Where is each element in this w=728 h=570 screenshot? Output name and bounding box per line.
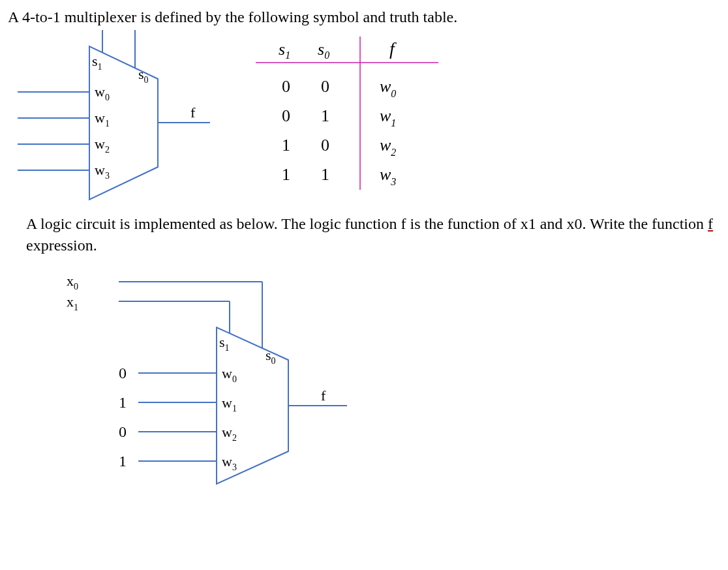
tt-r0-s0: 0 bbox=[321, 77, 329, 96]
implementation-circuit: s1 s0 x0 x1 0 1 0 1 w0 w1 bbox=[27, 269, 367, 503]
th-f: f bbox=[389, 38, 397, 59]
tt-r0-s1: 0 bbox=[282, 77, 290, 96]
tt-r2-s1: 1 bbox=[282, 136, 290, 155]
impl-out: f bbox=[321, 387, 326, 404]
impl-x0-label: x0 bbox=[67, 273, 78, 292]
tt-r1-s1: 0 bbox=[282, 106, 290, 125]
tt-r3-s1: 1 bbox=[282, 165, 290, 184]
para-implement: A logic circuit is implemented as below.… bbox=[26, 213, 720, 256]
impl-d3-const: 1 bbox=[119, 453, 127, 470]
output-f-label: f bbox=[190, 104, 196, 121]
impl-d0-const: 0 bbox=[119, 365, 127, 382]
w0-label: w0 bbox=[95, 83, 110, 102]
tt-r0-f: w0 bbox=[380, 77, 396, 99]
impl-d1-const: 1 bbox=[119, 394, 127, 411]
sel-s0-label: s0 bbox=[138, 66, 149, 85]
tt-r1-s0: 1 bbox=[321, 106, 329, 125]
impl-w0: w0 bbox=[222, 365, 237, 384]
impl-s0-label: s0 bbox=[265, 347, 276, 366]
intro-text: A 4-to-1 multiplexer is defined by the f… bbox=[8, 7, 720, 27]
tt-r3-f: w3 bbox=[380, 165, 396, 187]
w2-label: w2 bbox=[95, 136, 110, 155]
w3-label: w3 bbox=[95, 162, 110, 181]
w1-label: w1 bbox=[95, 110, 110, 128]
impl-w2: w2 bbox=[222, 424, 237, 443]
th-s1: s1 bbox=[279, 40, 290, 61]
tt-r3-s0: 1 bbox=[321, 165, 329, 184]
impl-d2-const: 0 bbox=[119, 423, 127, 440]
sel-s1-label: s1 bbox=[92, 53, 102, 72]
impl-s1-label: s1 bbox=[219, 334, 230, 353]
impl-w3: w3 bbox=[222, 453, 237, 472]
tt-r1-f: w1 bbox=[380, 106, 396, 128]
th-s0: s0 bbox=[318, 40, 329, 61]
truth-table: s1 s0 f 0 0 w0 0 1 w1 1 0 w2 bbox=[243, 30, 451, 196]
impl-x1-label: x1 bbox=[67, 293, 78, 312]
tt-r2-s0: 0 bbox=[321, 136, 329, 155]
tt-r2-f: w2 bbox=[380, 136, 396, 158]
impl-w1: w1 bbox=[222, 395, 237, 413]
mux-symbol-diagram: s1 s0 w0 w1 w2 w3 f bbox=[8, 30, 217, 209]
